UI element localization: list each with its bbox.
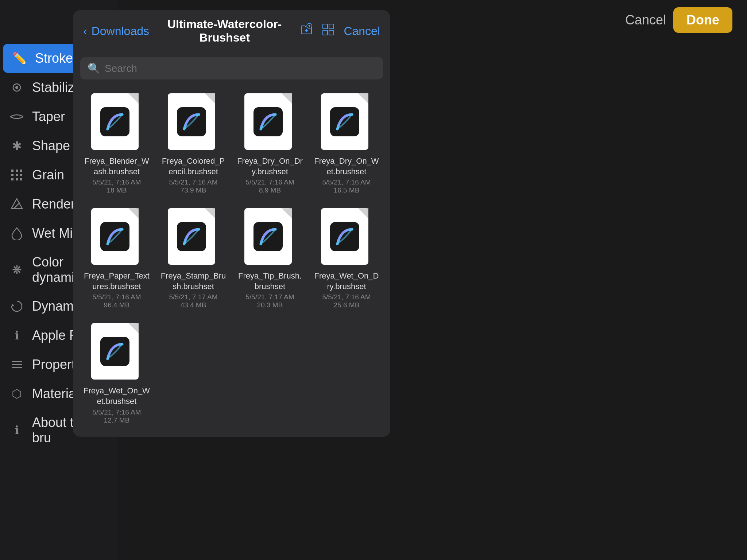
file-item[interactable]: Freya_Dry_On_Dry.brushset 5/5/21, 7:16 A… [233,88,306,199]
svg-rect-3 [16,170,18,172]
file-doc [168,208,215,265]
svg-rect-5 [11,174,13,176]
file-size: 25.6 MB [334,301,360,309]
properties-icon [9,357,25,373]
file-date: 5/5/21, 7:16 AM [92,293,141,301]
background-cancel-button[interactable]: Cancel [625,12,666,28]
file-picker-modal: ‹ Downloads Ultimate-Watercolor-Brushset [73,10,390,437]
svg-rect-25 [329,30,334,35]
file-doc-inner [330,222,359,251]
file-doc-inner [100,337,129,366]
file-size: 12.7 MB [104,416,130,424]
file-doc [244,208,292,265]
grain-icon [9,167,25,183]
back-chevron-icon[interactable]: ‹ [83,24,87,38]
file-icon [91,93,142,152]
wet-mix-icon [9,225,25,241]
file-doc-inner [100,107,129,136]
file-date: 5/5/21, 7:16 AM [169,178,217,186]
modal-header-right: Cancel [300,23,380,39]
svg-rect-2 [11,170,13,172]
file-item[interactable]: Freya_Wet_On_Wet.brushset 5/5/21, 7:16 A… [80,318,153,429]
file-item[interactable]: Freya_Paper_Textures.brushset 5/5/21, 7:… [80,203,153,314]
file-icon [91,323,142,381]
file-icon [244,208,295,267]
file-doc-inner [253,107,283,136]
file-date: 5/5/21, 7:16 AM [245,178,294,186]
file-name: Freya_Wet_On_Wet.brushset [83,386,150,407]
file-date: 5/5/21, 7:16 AM [92,408,141,416]
svg-rect-7 [20,174,22,176]
file-doc [168,93,215,150]
file-name: Freya_Tip_Brush.brushset [236,271,303,292]
modal-cancel-button[interactable]: Cancel [344,24,380,38]
file-doc [91,323,139,380]
svg-marker-11 [11,199,22,209]
breadcrumb[interactable]: Downloads [92,24,149,38]
file-size: 96.4 MB [104,301,130,309]
file-date: 5/5/21, 7:16 AM [322,178,371,186]
svg-line-12 [14,203,20,209]
file-item[interactable]: Freya_Stamp_Brush.brushset 5/5/21, 7:17 … [157,203,230,314]
dynamics-icon [9,298,25,314]
search-icon: 🔍 [88,62,100,74]
modal-header: ‹ Downloads Ultimate-Watercolor-Brushset [73,10,390,52]
file-size: 18 MB [107,186,127,194]
shape-icon: ✱ [9,138,25,154]
sidebar-item-label: Taper [32,109,65,124]
file-item[interactable]: Freya_Tip_Brush.brushset 5/5/21, 7:17 AM… [233,203,306,314]
done-button[interactable]: Done [673,7,732,33]
file-icon [244,93,295,152]
file-doc [91,93,139,150]
file-icon [321,208,372,267]
svg-rect-8 [11,178,13,180]
stabilization-icon [9,79,25,96]
modal-header-left: ‹ Downloads [83,24,149,38]
svg-marker-13 [12,303,15,306]
file-item[interactable]: Freya_Wet_On_Dry.brushset 5/5/21, 7:16 A… [310,203,383,314]
grid-view-icon[interactable] [322,23,335,39]
file-date: 5/5/21, 7:16 AM [92,178,141,186]
file-name: Freya_Dry_On_Wet.brushset [313,156,380,177]
stroke-path-icon: ✏️ [12,50,28,66]
file-doc [321,93,368,150]
file-item[interactable]: Freya_Dry_On_Wet.brushset 5/5/21, 7:16 A… [310,88,383,199]
new-folder-icon[interactable] [300,23,313,39]
search-input[interactable] [105,63,376,74]
taper-icon [9,109,25,125]
file-name: Freya_Dry_On_Dry.brushset [236,156,303,177]
sidebar-item-label: Wet Mix [32,226,79,241]
file-item[interactable]: Freya_Blender_Wash.brushset 5/5/21, 7:16… [80,88,153,199]
file-size: 43.4 MB [181,301,206,309]
file-icon [321,93,372,152]
file-name: Freya_Colored_Pencil.brushset [160,156,227,177]
modal-title: Ultimate-Watercolor-Brushset [156,18,293,44]
file-size: 16.5 MB [334,186,360,194]
rendering-icon [9,196,25,212]
svg-rect-4 [20,170,22,172]
file-doc-inner [100,222,129,251]
file-size: 73.9 MB [181,186,206,194]
materials-icon: ⬡ [9,386,25,402]
file-date: 5/5/21, 7:16 AM [322,293,371,301]
file-name: Freya_Stamp_Brush.brushset [160,271,227,292]
file-name: Freya_Paper_Textures.brushset [83,271,150,292]
color-dynamics-icon: ❋ [9,262,25,278]
file-doc-inner [177,222,206,251]
file-date: 5/5/21, 7:17 AM [169,293,217,301]
sidebar-item-label: Grain [32,167,64,183]
file-size: 8.9 MB [259,186,281,194]
file-item[interactable]: Freya_Colored_Pencil.brushset 5/5/21, 7:… [157,88,230,199]
svg-rect-22 [323,24,328,29]
svg-rect-23 [329,24,334,29]
file-icon [91,208,142,267]
file-doc-inner [330,107,359,136]
file-date: 5/5/21, 7:17 AM [245,293,294,301]
file-name: Freya_Blender_Wash.brushset [83,156,150,177]
file-icon [168,93,219,152]
file-size: 20.3 MB [257,301,283,309]
file-doc [321,208,368,265]
file-doc-inner [177,107,206,136]
svg-point-1 [15,86,18,89]
search-bar: 🔍 [80,57,383,79]
